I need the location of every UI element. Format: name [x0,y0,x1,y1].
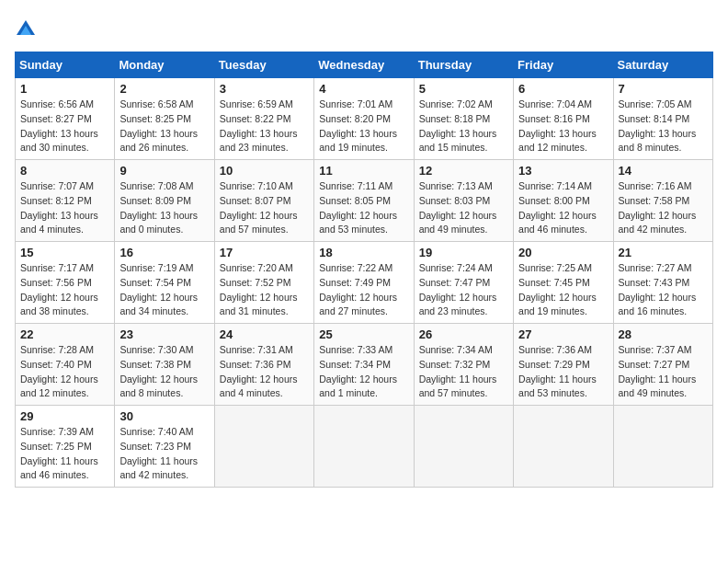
day-number: 19 [419,246,508,259]
day-number: 30 [119,409,209,423]
calendar-cell: 4Sunrise: 7:01 AMSunset: 8:20 PMDaylight… [314,78,414,160]
calendar-cell: 12Sunrise: 7:13 AMSunset: 8:03 PMDayligh… [414,160,513,242]
calendar-cell: 1Sunrise: 6:56 AMSunset: 8:27 PMDaylight… [16,78,115,160]
day-number: 14 [619,164,708,178]
weekday-header-saturday: Saturday [613,52,712,78]
calendar-cell: 3Sunrise: 6:59 AMSunset: 8:22 PMDaylight… [214,78,313,160]
calendar-cell [314,406,414,488]
calendar-cell: 18Sunrise: 7:22 AMSunset: 7:49 PMDayligh… [314,242,414,324]
day-number: 23 [119,327,209,341]
day-number: 3 [220,82,309,96]
day-number: 2 [119,82,209,96]
calendar-cell: 6Sunrise: 7:04 AMSunset: 8:16 PMDaylight… [514,78,613,160]
weekday-header-sunday: Sunday [16,52,115,78]
calendar-cell: 21Sunrise: 7:27 AMSunset: 7:43 PMDayligh… [613,242,712,324]
day-number: 24 [220,327,309,341]
calendar-body: 1Sunrise: 6:56 AMSunset: 8:27 PMDaylight… [16,78,713,488]
calendar-week-row: 1Sunrise: 6:56 AMSunset: 8:27 PMDaylight… [16,78,713,160]
calendar-cell: 29Sunrise: 7:39 AMSunset: 7:25 PMDayligh… [16,406,115,488]
day-number: 15 [20,246,109,259]
day-detail: Sunrise: 7:34 AMSunset: 7:32 PMDaylight:… [419,343,508,401]
calendar-cell: 7Sunrise: 7:05 AMSunset: 8:14 PMDaylight… [613,78,712,160]
day-detail: Sunrise: 7:07 AMSunset: 8:12 PMDaylight:… [20,179,109,237]
day-number: 13 [518,164,608,178]
day-detail: Sunrise: 7:02 AMSunset: 8:18 PMDaylight:… [419,98,508,155]
calendar-cell: 15Sunrise: 7:17 AMSunset: 7:56 PMDayligh… [16,242,115,324]
weekday-header-wednesday: Wednesday [314,52,414,78]
day-detail: Sunrise: 7:25 AMSunset: 7:45 PMDaylight:… [518,261,608,319]
calendar-cell: 28Sunrise: 7:37 AMSunset: 7:27 PMDayligh… [613,324,712,406]
calendar-cell [613,406,712,488]
day-number: 1 [20,82,109,96]
calendar-cell [414,406,513,488]
day-number: 29 [20,409,109,423]
calendar-cell: 9Sunrise: 7:08 AMSunset: 8:09 PMDaylight… [115,160,214,242]
day-number: 18 [319,246,408,259]
day-detail: Sunrise: 7:33 AMSunset: 7:34 PMDaylight:… [319,343,408,401]
day-number: 10 [220,164,309,178]
calendar-cell: 24Sunrise: 7:31 AMSunset: 7:36 PMDayligh… [214,324,313,406]
calendar-cell: 11Sunrise: 7:11 AMSunset: 8:05 PMDayligh… [314,160,414,242]
day-detail: Sunrise: 7:04 AMSunset: 8:16 PMDaylight:… [518,98,608,155]
day-number: 4 [319,82,408,96]
day-detail: Sunrise: 7:20 AMSunset: 7:52 PMDaylight:… [220,261,309,319]
calendar-cell: 14Sunrise: 7:16 AMSunset: 7:58 PMDayligh… [613,160,712,242]
calendar-cell: 2Sunrise: 6:58 AMSunset: 8:25 PMDaylight… [115,78,214,160]
day-detail: Sunrise: 7:17 AMSunset: 7:56 PMDaylight:… [20,261,109,319]
weekday-header-tuesday: Tuesday [214,52,313,78]
logo [15,18,35,40]
calendar-week-row: 8Sunrise: 7:07 AMSunset: 8:12 PMDaylight… [16,160,713,242]
calendar-week-row: 22Sunrise: 7:28 AMSunset: 7:40 PMDayligh… [16,324,713,406]
calendar-cell: 23Sunrise: 7:30 AMSunset: 7:38 PMDayligh… [115,324,214,406]
day-number: 17 [220,246,309,259]
day-number: 12 [419,164,508,178]
day-detail: Sunrise: 7:40 AMSunset: 7:23 PMDaylight:… [119,425,209,483]
page-header [15,15,713,40]
day-detail: Sunrise: 6:58 AMSunset: 8:25 PMDaylight:… [119,98,209,155]
calendar-cell: 20Sunrise: 7:25 AMSunset: 7:45 PMDayligh… [514,242,613,324]
day-detail: Sunrise: 7:13 AMSunset: 8:03 PMDaylight:… [419,179,508,237]
day-detail: Sunrise: 7:11 AMSunset: 8:05 PMDaylight:… [319,179,408,237]
weekday-header-friday: Friday [514,52,613,78]
day-detail: Sunrise: 7:28 AMSunset: 7:40 PMDaylight:… [20,343,109,401]
day-detail: Sunrise: 7:39 AMSunset: 7:25 PMDaylight:… [20,425,109,483]
day-number: 7 [619,82,708,96]
calendar-week-row: 29Sunrise: 7:39 AMSunset: 7:25 PMDayligh… [16,406,713,488]
day-number: 9 [119,164,209,178]
day-detail: Sunrise: 7:36 AMSunset: 7:29 PMDaylight:… [518,343,608,401]
day-number: 22 [20,327,109,341]
day-detail: Sunrise: 6:59 AMSunset: 8:22 PMDaylight:… [220,98,309,155]
day-number: 5 [419,82,508,96]
calendar-cell: 10Sunrise: 7:10 AMSunset: 8:07 PMDayligh… [214,160,313,242]
calendar-cell: 17Sunrise: 7:20 AMSunset: 7:52 PMDayligh… [214,242,313,324]
day-number: 28 [619,327,708,341]
day-detail: Sunrise: 7:37 AMSunset: 7:27 PMDaylight:… [619,343,708,401]
day-detail: Sunrise: 7:05 AMSunset: 8:14 PMDaylight:… [619,98,708,155]
calendar-header: SundayMondayTuesdayWednesdayThursdayFrid… [16,52,713,78]
calendar-cell: 16Sunrise: 7:19 AMSunset: 7:54 PMDayligh… [115,242,214,324]
calendar-table: SundayMondayTuesdayWednesdayThursdayFrid… [15,52,713,488]
weekday-header-row: SundayMondayTuesdayWednesdayThursdayFrid… [16,52,713,78]
day-detail: Sunrise: 7:14 AMSunset: 8:00 PMDaylight:… [518,179,608,237]
day-detail: Sunrise: 7:10 AMSunset: 8:07 PMDaylight:… [220,179,309,237]
day-number: 27 [518,327,608,341]
day-detail: Sunrise: 7:16 AMSunset: 7:58 PMDaylight:… [619,179,708,237]
day-number: 11 [319,164,408,178]
calendar-cell: 8Sunrise: 7:07 AMSunset: 8:12 PMDaylight… [16,160,115,242]
day-number: 6 [518,82,608,96]
calendar-cell [214,406,313,488]
day-detail: Sunrise: 7:24 AMSunset: 7:47 PMDaylight:… [419,261,508,319]
day-detail: Sunrise: 6:56 AMSunset: 8:27 PMDaylight:… [20,98,109,155]
day-number: 20 [518,246,608,259]
logo-icon [17,18,35,37]
calendar-cell: 26Sunrise: 7:34 AMSunset: 7:32 PMDayligh… [414,324,513,406]
day-detail: Sunrise: 7:19 AMSunset: 7:54 PMDaylight:… [119,261,209,319]
calendar-cell: 27Sunrise: 7:36 AMSunset: 7:29 PMDayligh… [514,324,613,406]
calendar-cell: 30Sunrise: 7:40 AMSunset: 7:23 PMDayligh… [115,406,214,488]
day-number: 26 [419,327,508,341]
day-number: 25 [319,327,408,341]
day-number: 16 [119,246,209,259]
day-detail: Sunrise: 7:31 AMSunset: 7:36 PMDaylight:… [220,343,309,401]
day-detail: Sunrise: 7:27 AMSunset: 7:43 PMDaylight:… [619,261,708,319]
calendar-cell: 19Sunrise: 7:24 AMSunset: 7:47 PMDayligh… [414,242,513,324]
